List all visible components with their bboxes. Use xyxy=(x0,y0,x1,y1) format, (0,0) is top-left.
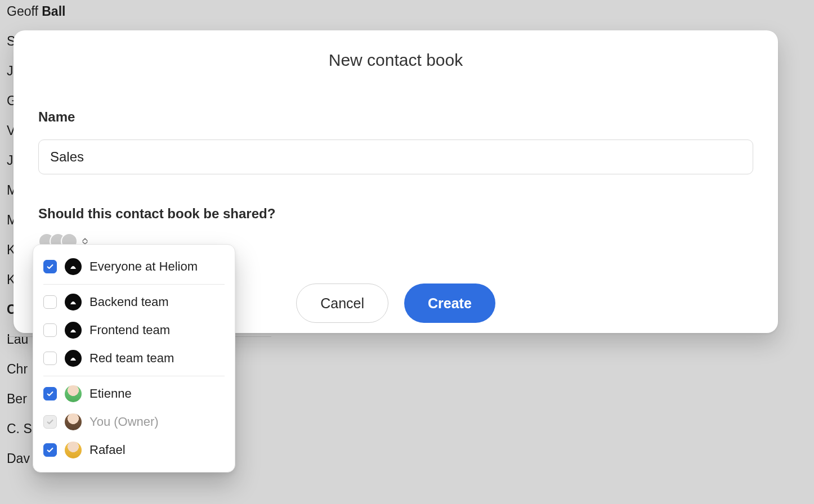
share-option-rafael[interactable]: Rafael xyxy=(39,436,229,464)
share-option-label: You (Owner) xyxy=(90,415,159,429)
share-option-backend[interactable]: Backend team xyxy=(39,288,229,316)
modal-overlay: New contact book Name Should this contac… xyxy=(0,0,814,504)
avatar xyxy=(65,413,82,430)
checkbox[interactable] xyxy=(43,323,57,337)
team-icon xyxy=(65,322,82,339)
share-option-everyone[interactable]: Everyone at Heliom xyxy=(39,253,229,281)
checkbox[interactable] xyxy=(43,295,57,309)
team-icon xyxy=(65,350,82,367)
team-icon xyxy=(65,258,82,275)
share-dropdown: Everyone at Heliom Backend team Frontend… xyxy=(33,244,235,472)
avatar xyxy=(65,385,82,402)
divider xyxy=(43,376,225,376)
cancel-button[interactable]: Cancel xyxy=(296,284,388,323)
create-button[interactable]: Create xyxy=(404,284,495,323)
share-option-frontend[interactable]: Frontend team xyxy=(39,316,229,344)
share-option-label: Red team team xyxy=(90,351,174,366)
checkbox xyxy=(43,415,57,429)
checkbox[interactable] xyxy=(43,352,57,365)
share-option-redteam[interactable]: Red team team xyxy=(39,344,229,372)
avatar xyxy=(65,442,82,458)
share-option-etienne[interactable]: Etienne xyxy=(39,380,229,408)
share-option-label: Frontend team xyxy=(90,323,170,338)
share-option-label: Rafael xyxy=(90,443,126,457)
checkbox[interactable] xyxy=(43,443,57,457)
share-option-you: You (Owner) xyxy=(39,408,229,436)
checkbox[interactable] xyxy=(43,260,57,273)
share-label: Should this contact book be shared? xyxy=(38,206,753,222)
share-option-label: Backend team xyxy=(90,295,169,309)
team-icon xyxy=(65,294,82,310)
share-option-label: Etienne xyxy=(90,386,132,401)
name-input[interactable] xyxy=(38,140,753,174)
share-option-label: Everyone at Heliom xyxy=(90,259,198,274)
checkbox[interactable] xyxy=(43,387,57,400)
modal-title: New contact book xyxy=(38,51,753,70)
divider xyxy=(43,284,225,285)
name-label: Name xyxy=(38,109,753,125)
app-background: Geoff Ball S J G V J M M K K C Lau Chr B… xyxy=(0,0,814,504)
